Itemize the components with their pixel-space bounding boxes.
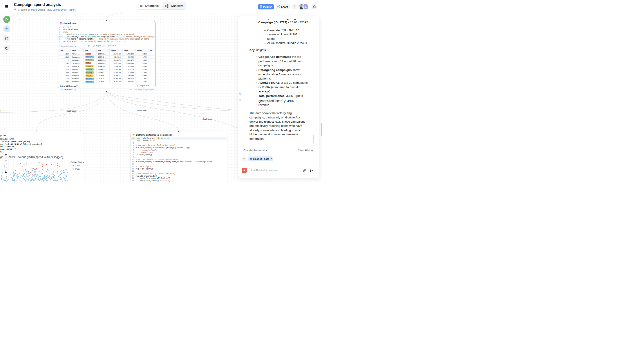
svg-text:True: True xyxy=(75,164,80,167)
svg-text:SQL: SQL xyxy=(250,159,252,160)
svg-text:False: False xyxy=(75,168,80,170)
svg-text:Outlier Status: Outlier Status xyxy=(70,161,84,164)
svg-text:SQL: SQL xyxy=(60,23,62,24)
